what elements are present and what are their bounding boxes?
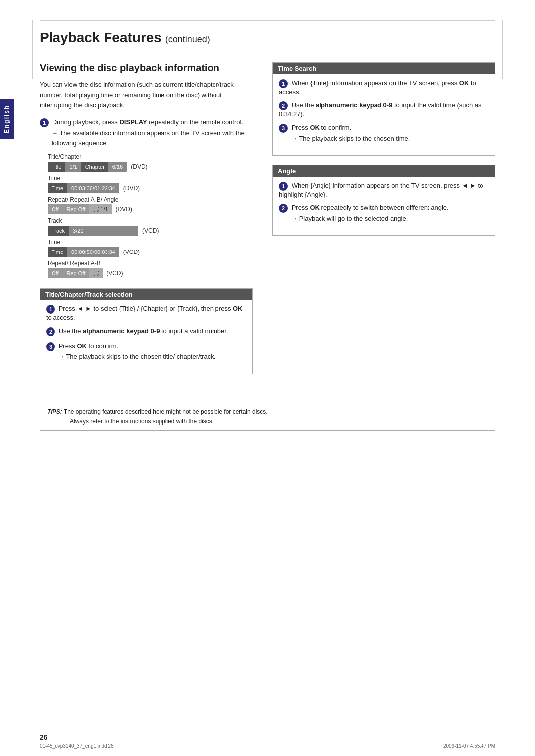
step-1-suffix: repeatedly on the remote control.	[147, 119, 243, 126]
tc-step-3-num: 3	[46, 342, 55, 351]
osd-cell-time-val: 00:03:36/01:22:34	[67, 183, 119, 193]
ang-step-1-num: 1	[279, 182, 288, 191]
seq-label-time-1: Time	[48, 175, 253, 182]
ts-step-2: 2 Use the alphanumeric keypad 0-9 to inp…	[279, 101, 489, 118]
ts-step-3-num: 3	[279, 124, 288, 133]
seq-label-time-2: Time	[48, 239, 253, 246]
dvd-label-1: (DVD)	[131, 163, 147, 170]
ang-step-2-bold: OK	[310, 204, 320, 211]
left-decorative-line	[32, 20, 33, 79]
step-1-block: 1 During playback, press DISPLAY repeate…	[40, 118, 253, 148]
ts-step-2-bold: alphanumeric keypad 0-9	[316, 101, 392, 109]
tc-step-2-pre: Use the	[59, 328, 83, 335]
language-tab: English	[0, 99, 14, 139]
osd-row-1: Title 1/1 Chapter 6/16 (DVD)	[48, 162, 253, 172]
tc-step-1-suffix: to access.	[46, 314, 75, 321]
ang-step-2-arrow: Playback will go to the selected angle.	[279, 214, 489, 224]
osd-row-3: Off Rep Off ⛶ 1/1 (DVD)	[48, 204, 253, 214]
tc-step-1-bold: OK	[233, 305, 243, 313]
osd-bar-5: Time 00:00:56/00:03:34	[48, 247, 119, 257]
ts-step-3-arrow: The playback skips to the chosen time.	[279, 134, 489, 144]
ts-step-2-pre: Use the	[292, 101, 316, 109]
osd-cell-repoff: Rep Off	[62, 204, 89, 214]
tc-step-1-text: Press ◄ ► to select {Title} / {Chapter} …	[59, 305, 233, 313]
right-decorative-line	[502, 20, 503, 79]
tc-step-1-num: 1	[46, 305, 55, 314]
seq-label-repeat: Repeat/ Repeat A-B/ Angle	[48, 196, 253, 203]
osd-cell-repoff2: Rep Off	[62, 268, 89, 278]
osd-row-6: Off Rep Off ⛶ (VCD)	[48, 268, 253, 278]
osd-cell-time: Time	[48, 183, 67, 193]
tips-label: TIPS:	[47, 408, 62, 415]
right-column: Time Search 1 When {Time} information ap…	[272, 62, 495, 383]
dvd-label-4: (VCD)	[142, 227, 159, 234]
ts-step-3: 3 Press OK to confirm. The playback skip…	[279, 124, 489, 144]
osd-cell-title: Title	[48, 162, 65, 172]
dvd-label-2: (DVD)	[123, 185, 140, 192]
osd-cell-icon2: ⛶	[89, 268, 103, 278]
osd-row-4: Track 3/21 (VCD)	[48, 226, 253, 236]
osd-cell-title-val: 1/1	[65, 162, 81, 172]
left-column: Viewing the disc playback information Yo…	[40, 62, 253, 383]
osd-bar-3: Off Rep Off ⛶ 1/1	[48, 204, 112, 214]
osd-cell-track: Track	[48, 226, 69, 236]
angle-box: Angle 1 When {Angle} information appears…	[272, 165, 495, 236]
tc-step-3-text: Press	[59, 343, 77, 350]
time-search-title: Time Search	[273, 63, 495, 74]
tc-box: Title/Chapter/Track selection 1 Press ◄ …	[40, 288, 253, 374]
osd-bar-1: Title 1/1 Chapter 6/16	[48, 162, 127, 172]
seq-label-repeat-ab: Repeat/ Repeat A-B	[48, 260, 253, 267]
ts-step-1-bold: OK	[459, 79, 469, 87]
tc-step-3-suffix: to confirm.	[87, 343, 118, 350]
dvd-label-5: (VCD)	[123, 249, 140, 255]
ang-step-2-num: 2	[279, 204, 288, 213]
ts-step-1: 1 When {Time} information appears on the…	[279, 79, 489, 96]
tc-step-2-bold: alphanumeric keypad 0-9	[83, 328, 160, 335]
tc-step-2-suffix: to input a valid number.	[160, 328, 228, 335]
tc-step-1: 1 Press ◄ ► to select {Title} / {Chapter…	[46, 305, 246, 321]
tips-box: TIPS: The operating features described h…	[40, 403, 495, 431]
osd-cell-track-val: 3/21	[69, 226, 138, 236]
dvd-label-3: (DVD)	[116, 206, 132, 213]
tips-text2: Always refer to the instructions supplie…	[47, 418, 214, 425]
ang-step-2: 2 Press OK repeatedly to switch between …	[279, 204, 489, 224]
tc-step-3-bold: OK	[77, 343, 87, 350]
section-intro: You can view the disc information (such …	[40, 80, 253, 110]
ang-step-2-suffix: repeatedly to switch between different a…	[320, 204, 449, 211]
ts-step-3-suffix: to confirm.	[320, 124, 351, 131]
tc-box-title: Title/Chapter/Track selection	[40, 289, 252, 300]
ts-step-1-pre: When {Time} information appears on the T…	[292, 79, 459, 87]
time-search-box: Time Search 1 When {Time} information ap…	[272, 62, 495, 156]
osd-bar-2: Time 00:03:36/01:22:34	[48, 183, 119, 193]
page: English Playback Features (continued) Vi…	[0, 0, 535, 756]
osd-row-5: Time 00:00:56/00:03:34 (VCD)	[48, 247, 253, 257]
step-1-bold: DISPLAY	[119, 119, 147, 126]
footer-left: 01-45_dvp3140_37_eng1.indd 26	[40, 743, 114, 749]
osd-row-2: Time 00:03:36/01:22:34 (DVD)	[48, 183, 253, 193]
ang-step-1: 1 When {Angle} information appears on th…	[279, 182, 489, 198]
tc-step-3-arrow: The playback skips to the chosen title/ …	[46, 352, 246, 362]
tc-step-2-num: 2	[46, 327, 55, 336]
ang-step-1-text: When {Angle} information appears on the …	[279, 182, 483, 198]
osd-cell-chapter: Chapter	[81, 162, 108, 172]
top-decorative-line	[40, 20, 495, 21]
tc-step-2: 2 Use the alphanumeric keypad 0-9 to inp…	[46, 327, 246, 336]
main-title: Playback Features (continued)	[40, 30, 495, 50]
ts-step-3-bold: OK	[310, 124, 320, 131]
tc-step-3: 3 Press OK to confirm. The playback skip…	[46, 342, 246, 362]
step-1-arrow: The available disc information appears o…	[40, 128, 253, 148]
osd-sequence: Title/Chapter Title 1/1 Chapter 6/16 (DV…	[48, 153, 253, 278]
step-1-num: 1	[40, 118, 49, 127]
ts-step-1-num: 1	[279, 79, 288, 88]
osd-cell-off: Off	[48, 204, 62, 214]
title-continued: (continued)	[165, 34, 210, 44]
ts-step-3-text: Press	[292, 124, 310, 131]
ts-step-2-num: 2	[279, 101, 288, 110]
section-title-viewing: Viewing the disc playback information	[40, 62, 253, 74]
osd-cell-angle: ⛶ 1/1	[89, 204, 111, 214]
page-number: 26	[40, 733, 48, 741]
dvd-label-6: (VCD)	[107, 270, 123, 277]
osd-cell-time2-val: 00:00:56/00:03:34	[67, 247, 119, 257]
osd-bar-4: Track 3/21	[48, 226, 138, 236]
content-wrapper: Viewing the disc playback information Yo…	[40, 62, 495, 383]
